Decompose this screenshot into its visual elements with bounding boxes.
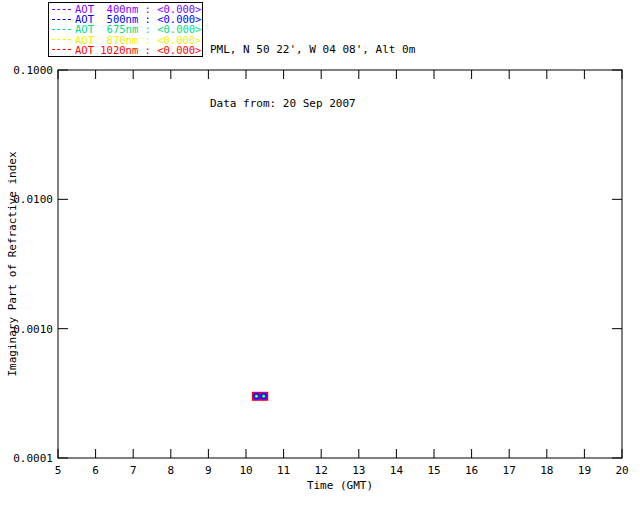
y-tick-label: 0.0100 — [13, 193, 53, 206]
y-axis-title: Imaginary Part of Refractive index — [6, 151, 19, 377]
x-tick-label: 9 — [205, 464, 212, 477]
x-tick-label: 8 — [167, 464, 174, 477]
x-tick-label: 7 — [130, 464, 137, 477]
x-tick-label: 14 — [390, 464, 404, 477]
x-axis-title: Time (GMT) — [307, 479, 373, 492]
x-tick-label: 11 — [277, 464, 290, 477]
x-tick-label: 12 — [315, 464, 328, 477]
x-tick-label: 13 — [352, 464, 365, 477]
plot-svg: 5678910111213141516171819200.10000.01000… — [0, 0, 640, 512]
data-point-aot-870nm — [256, 395, 258, 397]
x-tick-label: 6 — [92, 464, 99, 477]
y-tick-label: 0.0001 — [13, 452, 53, 465]
x-tick-label: 15 — [427, 464, 440, 477]
x-tick-label: 17 — [503, 464, 516, 477]
x-tick-label: 19 — [578, 464, 591, 477]
x-tick-label: 5 — [55, 464, 62, 477]
plot-frame — [58, 70, 622, 458]
x-tick-label: 10 — [239, 464, 252, 477]
data-point-aot-870nm — [263, 395, 265, 397]
x-tick-label: 20 — [615, 464, 628, 477]
y-tick-label: 0.1000 — [13, 64, 53, 77]
plot-page: AOT 400nm : <0.000> AOT 500nm : <0.000> … — [0, 0, 640, 512]
x-tick-label: 16 — [465, 464, 478, 477]
x-tick-label: 18 — [540, 464, 553, 477]
y-tick-label: 0.0010 — [13, 323, 53, 336]
